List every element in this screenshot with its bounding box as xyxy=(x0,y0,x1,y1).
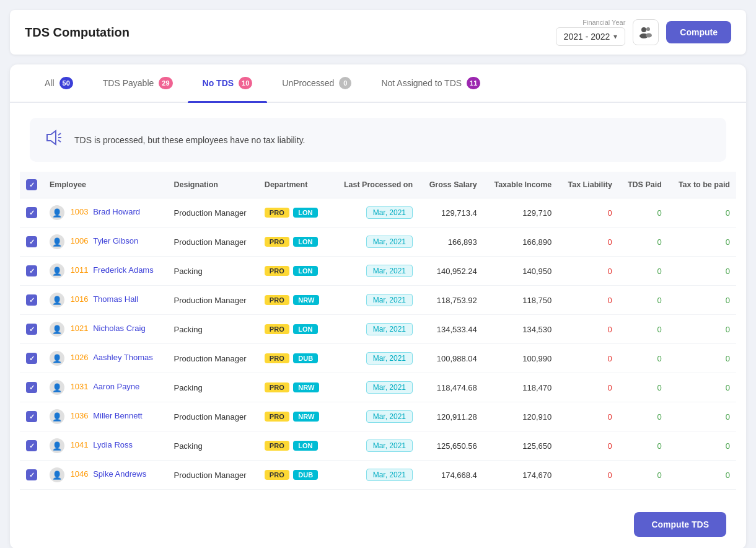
row-select-checkbox[interactable] xyxy=(26,324,37,335)
gross-salary-cell: 134,533.44 xyxy=(419,315,483,344)
tax-liability-cell: 0 xyxy=(558,257,618,286)
tax-liability-cell: 0 xyxy=(558,286,618,315)
employee-cell: 👤 1026 Aashley Thomas xyxy=(43,344,167,373)
tab-tds-payable-badge: 29 xyxy=(159,77,172,89)
last-processed-cell: Mar, 2021 xyxy=(332,461,419,490)
row-checkbox[interactable] xyxy=(20,373,43,402)
compute-tds-button[interactable]: Compute TDS xyxy=(634,512,726,537)
gross-salary-cell: 125,650.56 xyxy=(419,431,483,461)
avatar: 👤 xyxy=(50,409,64,424)
employee-icon-button[interactable] xyxy=(633,19,659,45)
info-box: TDS is processed, but these employees ha… xyxy=(30,118,726,162)
row-checkbox[interactable] xyxy=(20,431,43,461)
svg-line-6 xyxy=(58,140,61,142)
gross-salary-cell: 120,911.28 xyxy=(419,402,483,431)
row-select-checkbox[interactable] xyxy=(26,265,37,276)
tab-no-tds[interactable]: No TDS 10 xyxy=(188,64,268,102)
page-title: TDS Computation xyxy=(25,25,130,40)
designation-cell: Packing xyxy=(167,315,258,344)
tds-paid-cell: 0 xyxy=(618,257,668,286)
department-cell: PRO DUB xyxy=(258,344,332,373)
employee-name[interactable]: Tyler Gibson xyxy=(93,236,138,245)
row-checkbox[interactable] xyxy=(20,286,43,315)
tab-not-assigned-label: Not Assigned to TDS xyxy=(381,78,462,88)
row-checkbox[interactable] xyxy=(20,257,43,286)
row-checkbox[interactable] xyxy=(20,402,43,431)
row-select-checkbox[interactable] xyxy=(26,382,37,393)
department-cell: PRO NRW xyxy=(258,286,332,315)
taxable-income-cell: 118,750 xyxy=(483,286,558,315)
tab-all-badge: 50 xyxy=(59,77,73,89)
last-processed-cell: Mar, 2021 xyxy=(332,286,419,315)
employee-name[interactable]: Thomas Hall xyxy=(93,294,138,304)
row-select-checkbox[interactable] xyxy=(26,440,37,451)
row-select-checkbox[interactable] xyxy=(26,207,37,218)
tab-tds-payable[interactable]: TDS Payable 29 xyxy=(88,64,188,102)
compute-button[interactable]: Compute xyxy=(666,21,731,43)
employee-id: 1021 xyxy=(71,324,89,333)
table-row: 👤 1036 Miller Bennett Production Manager… xyxy=(20,402,736,431)
row-select-checkbox[interactable] xyxy=(26,411,37,422)
table-row: 👤 1003 Brad Howard Production Manager PR… xyxy=(20,198,736,228)
table-row: 👤 1011 Frederick Adams Packing PRO LON M… xyxy=(20,257,736,286)
svg-point-1 xyxy=(646,27,650,31)
employee-id: 1003 xyxy=(71,207,89,216)
gross-salary-cell: 129,713.4 xyxy=(419,198,483,228)
header-controls: Financial Year 2021 - 2022 ▾ Compute xyxy=(556,19,731,46)
tds-paid-cell: 0 xyxy=(618,198,668,228)
financial-year-wrapper: Financial Year 2021 - 2022 ▾ xyxy=(556,19,626,46)
row-checkbox[interactable] xyxy=(20,315,43,344)
date-badge: Mar, 2021 xyxy=(366,323,413,335)
people-icon xyxy=(639,26,653,38)
info-message: TDS is processed, but these employees ha… xyxy=(74,135,305,145)
col-designation: Designation xyxy=(167,172,258,198)
col-last-processed: Last Processed on xyxy=(332,172,419,198)
chevron-down-icon: ▾ xyxy=(613,32,617,41)
col-tax-to-be-paid: Tax to be paid xyxy=(668,172,736,198)
svg-point-3 xyxy=(646,33,652,38)
employee-name[interactable]: Nicholas Craig xyxy=(93,324,146,333)
row-select-checkbox[interactable] xyxy=(26,469,37,480)
department-cell: PRO NRW xyxy=(258,373,332,402)
gross-salary-cell: 118,753.92 xyxy=(419,286,483,315)
col-tax-liability: Tax Liability xyxy=(558,172,618,198)
dept-badge-location: LON xyxy=(293,324,317,334)
dept-badge-pro: PRO xyxy=(265,412,289,422)
dept-badge-location: LON xyxy=(293,266,317,276)
col-gross-salary: Gross Salary xyxy=(419,172,483,198)
row-checkbox[interactable] xyxy=(20,461,43,490)
svg-point-0 xyxy=(641,27,646,32)
row-checkbox[interactable] xyxy=(20,344,43,373)
last-processed-cell: Mar, 2021 xyxy=(332,198,419,228)
department-cell: PRO LON xyxy=(258,228,332,257)
tax-liability-cell: 0 xyxy=(558,431,618,461)
tab-not-assigned[interactable]: Not Assigned to TDS 11 xyxy=(366,64,495,102)
tab-unprocessed-label: UnProcessed xyxy=(282,78,334,88)
row-select-checkbox[interactable] xyxy=(26,353,37,364)
employee-name[interactable]: Aaron Payne xyxy=(93,382,139,391)
tax-liability-cell: 0 xyxy=(558,344,618,373)
dept-badge-pro: PRO xyxy=(265,237,289,247)
speaker-icon xyxy=(45,129,64,151)
financial-year-select[interactable]: 2021 - 2022 ▾ xyxy=(556,27,626,46)
tax-to-be-paid-cell: 0 xyxy=(668,315,736,344)
last-processed-cell: Mar, 2021 xyxy=(332,431,419,461)
employee-name[interactable]: Frederick Adams xyxy=(93,265,154,275)
tab-all[interactable]: All 50 xyxy=(30,64,88,102)
select-all-checkbox[interactable] xyxy=(26,179,37,190)
employee-name[interactable]: Brad Howard xyxy=(93,207,140,216)
employee-name[interactable]: Spike Andrews xyxy=(93,469,146,479)
row-checkbox[interactable] xyxy=(20,198,43,228)
row-select-checkbox[interactable] xyxy=(26,294,37,306)
row-select-checkbox[interactable] xyxy=(26,236,37,247)
tab-unprocessed[interactable]: UnProcessed 0 xyxy=(267,64,366,102)
tabs-bar: All 50 TDS Payable 29 No TDS 10 UnProces… xyxy=(10,64,746,103)
employee-name[interactable]: Miller Bennett xyxy=(93,411,142,420)
employee-name[interactable]: Aashley Thomas xyxy=(93,353,153,362)
taxable-income-cell: 134,530 xyxy=(483,315,558,344)
dept-badge-location: NRW xyxy=(293,295,319,305)
table-row: 👤 1046 Spike Andrews Production Manager … xyxy=(20,461,736,490)
designation-cell: Production Manager xyxy=(167,461,258,490)
row-checkbox[interactable] xyxy=(20,228,43,257)
employee-name[interactable]: Lydia Ross xyxy=(93,440,133,449)
